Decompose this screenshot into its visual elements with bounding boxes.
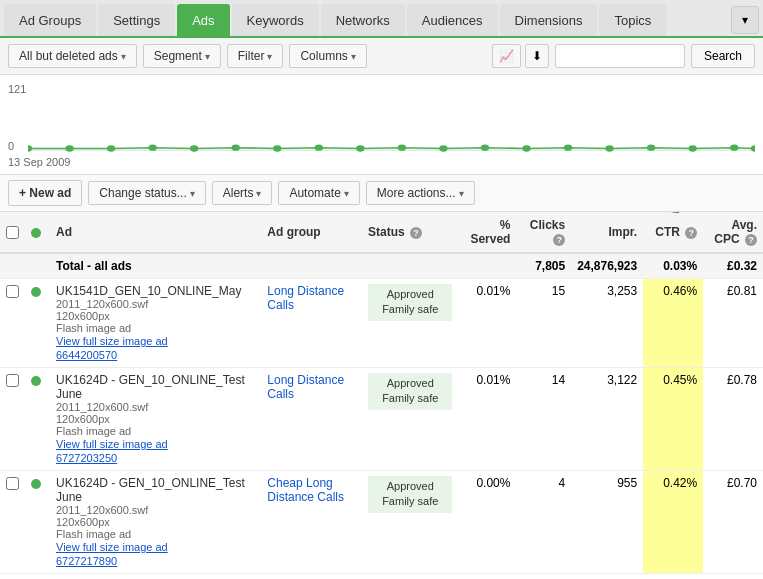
row2-checkbox[interactable] xyxy=(6,374,19,387)
row3-view-link[interactable]: View full size image ad xyxy=(56,541,168,553)
alerts-button[interactable]: Alerts ▾ xyxy=(212,181,273,205)
segment-btn[interactable]: Segment ▾ xyxy=(143,44,221,68)
ctr-col-header[interactable]: ➘ CTR ? xyxy=(643,212,703,253)
segment-arrow-icon: ▾ xyxy=(205,51,210,62)
cpc-help-icon[interactable]: ? xyxy=(745,234,757,246)
filter-btn-label: Filter xyxy=(238,49,265,63)
row3-status-dot xyxy=(31,479,41,489)
status-help-icon[interactable]: ? xyxy=(410,227,422,239)
svg-point-7 xyxy=(273,145,281,151)
row1-ad-line4: Flash image ad xyxy=(56,322,255,334)
change-status-button[interactable]: Change status... ▾ xyxy=(88,181,205,205)
row3-dot xyxy=(25,471,50,574)
row2-ad-title: UK1624D - GEN_10_ONLINE_Test June xyxy=(56,373,255,401)
ad-col-header[interactable]: Ad xyxy=(50,212,261,253)
new-ad-button[interactable]: + New ad xyxy=(8,180,82,206)
svg-point-2 xyxy=(65,145,73,151)
row1-dot xyxy=(25,279,50,368)
clicks-help-icon[interactable]: ? xyxy=(553,234,565,246)
svg-point-4 xyxy=(148,145,156,151)
total-row: Total - all ads 7,805 24,876,923 0.03% £… xyxy=(0,253,763,279)
served-col-header[interactable]: % Served xyxy=(458,212,516,253)
clicks-col-header[interactable]: Clicks ? xyxy=(516,212,571,253)
ads-table: Ad Ad group Status ? % Served Clicks ? I… xyxy=(0,212,763,574)
chart-line xyxy=(28,99,755,154)
svg-point-10 xyxy=(398,145,406,151)
more-actions-label: More actions... xyxy=(377,186,456,200)
row1-impr: 3,253 xyxy=(571,279,643,368)
ctr-arrow-annotation: ➘ xyxy=(666,212,681,219)
table-row: UK1624D - GEN_10_ONLINE_Test June 2011_1… xyxy=(0,471,763,574)
row2-clicks: 14 xyxy=(516,368,571,471)
tab-networks[interactable]: Networks xyxy=(321,4,405,36)
tab-more-button[interactable]: ▾ xyxy=(731,6,759,34)
row3-id-link[interactable]: 6727217890 xyxy=(56,555,117,567)
row1-status-dot xyxy=(31,287,41,297)
row3-checkbox[interactable] xyxy=(6,477,19,490)
change-status-arrow-icon: ▾ xyxy=(190,188,195,199)
chart-area: 121 0 13 Sep 2009 xyxy=(0,75,763,175)
row3-ad-title: UK1624D - GEN_10_ONLINE_Test June xyxy=(56,476,255,504)
top-nav: Ad Groups Settings Ads Keywords Networks… xyxy=(0,0,763,38)
select-all-header xyxy=(0,212,25,253)
row3-adgroup-link[interactable]: Cheap Long Distance Calls xyxy=(267,476,344,504)
tab-dimensions[interactable]: Dimensions xyxy=(500,4,598,36)
row1-clicks: 15 xyxy=(516,279,571,368)
row2-impr: 3,122 xyxy=(571,368,643,471)
filter-btn[interactable]: Filter ▾ xyxy=(227,44,284,68)
row3-ctr: 0.42% xyxy=(643,471,703,574)
adgroup-col-header[interactable]: Ad group xyxy=(261,212,362,253)
row1-status: Approved Family safe xyxy=(362,279,458,368)
status-header xyxy=(25,212,50,253)
row2-status-dot xyxy=(31,376,41,386)
tab-ad-groups[interactable]: Ad Groups xyxy=(4,4,96,36)
search-button[interactable]: Search xyxy=(691,44,755,68)
row2-ad-line4: Flash image ad xyxy=(56,425,255,437)
ctr-help-icon[interactable]: ? xyxy=(685,227,697,239)
more-actions-arrow-icon: ▾ xyxy=(459,188,464,199)
tab-keywords[interactable]: Keywords xyxy=(232,4,319,36)
row1-cpc: £0.81 xyxy=(703,279,763,368)
total-dot xyxy=(25,253,50,279)
row2-status-badge: Approved Family safe xyxy=(368,373,452,410)
automate-button[interactable]: Automate ▾ xyxy=(278,181,359,205)
row1-id-link[interactable]: 6644200570 xyxy=(56,349,117,361)
action-bar: + New ad Change status... ▾ Alerts ▾ Aut… xyxy=(0,175,763,212)
data-table-wrapper: Ad Ad group Status ? % Served Clicks ? I… xyxy=(0,212,763,574)
row2-ctr: 0.45% xyxy=(643,368,703,471)
svg-point-12 xyxy=(481,145,489,151)
tab-settings[interactable]: Settings xyxy=(98,4,175,36)
row1-served: 0.01% xyxy=(458,279,516,368)
more-actions-button[interactable]: More actions... ▾ xyxy=(366,181,475,205)
status-col-header[interactable]: Status ? xyxy=(362,212,458,253)
row2-view-link[interactable]: View full size image ad xyxy=(56,438,168,450)
tab-topics[interactable]: Topics xyxy=(599,4,666,36)
row2-adgroup: Long Distance Calls xyxy=(261,368,362,471)
tab-ads[interactable]: Ads xyxy=(177,4,229,36)
columns-btn[interactable]: Columns ▾ xyxy=(289,44,366,68)
filter-all-btn[interactable]: All but deleted ads ▾ xyxy=(8,44,137,68)
alerts-label: Alerts xyxy=(223,186,254,200)
download-icon[interactable]: ⬇ xyxy=(525,44,549,68)
segment-label: Segment xyxy=(154,49,202,63)
search-input[interactable] xyxy=(555,44,685,68)
svg-point-9 xyxy=(356,145,364,151)
row3-status-badge: Approved Family safe xyxy=(368,476,452,513)
impr-col-header[interactable]: Impr. xyxy=(571,212,643,253)
row2-served: 0.01% xyxy=(458,368,516,471)
tab-audiences[interactable]: Audiences xyxy=(407,4,498,36)
cpc-col-header[interactable]: Avg. CPC ? xyxy=(703,212,763,253)
row3-adgroup: Cheap Long Distance Calls xyxy=(261,471,362,574)
row2-adgroup-link[interactable]: Long Distance Calls xyxy=(267,373,344,401)
change-status-label: Change status... xyxy=(99,186,186,200)
table-row: UK1624D - GEN_10_ONLINE_Test June 2011_1… xyxy=(0,368,763,471)
alerts-arrow-icon: ▾ xyxy=(256,188,261,199)
select-all-checkbox[interactable] xyxy=(6,226,19,239)
row1-checkbox[interactable] xyxy=(6,285,19,298)
row2-id-link[interactable]: 6727203250 xyxy=(56,452,117,464)
row3-ad-line3: 120x600px xyxy=(56,516,255,528)
row2-select xyxy=(0,368,25,471)
line-chart-icon[interactable]: 📈 xyxy=(492,44,521,68)
row1-adgroup-link[interactable]: Long Distance Calls xyxy=(267,284,344,312)
row1-view-link[interactable]: View full size image ad xyxy=(56,335,168,347)
